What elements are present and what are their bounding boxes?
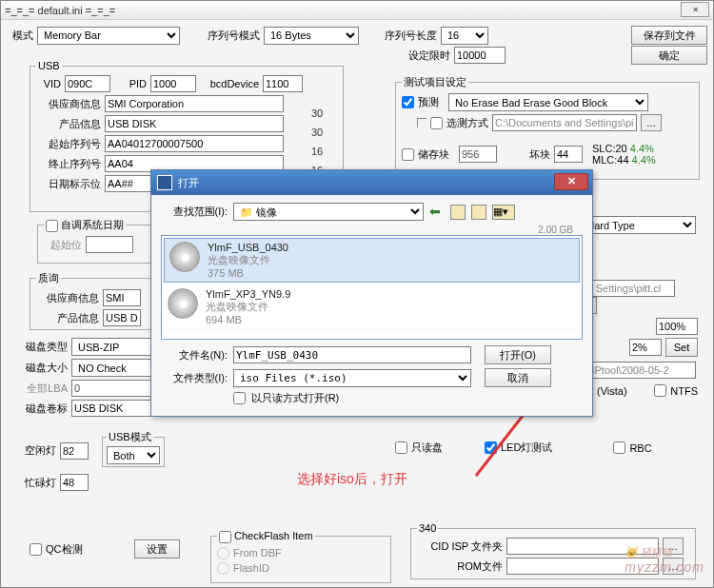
pretest-check[interactable] [402,96,414,108]
dialog-title: 打开 [178,176,199,190]
pretest-select[interactable]: No Erase Bad Erase Good Block [448,93,648,111]
open-button[interactable]: 打开(O) [485,345,551,364]
from-dbf-label: From DBF [233,547,282,559]
serial-len-select[interactable]: 16 [441,27,488,45]
ntfs-check[interactable] [654,384,666,397]
serial-mode-label: 序列号模式 [195,29,260,43]
flags-row: 只读盘 LED灯测试 RBC [395,441,700,455]
dialog-toolbar: ⬅ ▦▾ [429,205,515,220]
time-limit-label: 设定限时 [395,49,450,63]
from-dbf-radio [217,547,229,559]
usb-side-numbers: 30 30 16 16 [311,104,340,180]
auto-date-start-input [86,236,133,253]
bcd-input[interactable] [263,75,303,92]
disc-icon [169,242,200,272]
checkflash-legend: CheckFlash Item [234,530,313,541]
busy-led-input[interactable] [60,474,89,491]
usb-legend: USB [36,60,62,71]
small-size-hint: 2.00 GB [161,225,583,235]
filetype-select[interactable]: iso Files (*.iso) [233,369,471,387]
bad-label: 坏块 [529,147,550,162]
qc-check[interactable] [30,543,42,556]
dialog-app-icon [157,175,172,190]
dialog-close-button[interactable]: ✕ [554,173,588,190]
auto-date-start-label: 起始位 [44,238,82,252]
usbmode-legend: USB模式 [107,430,153,444]
cancel-button[interactable]: 取消 [485,368,551,387]
new-folder-icon[interactable] [471,205,486,220]
time-limit-input[interactable] [454,47,506,64]
usbmode-select[interactable]: Both [107,446,160,464]
confirm-button[interactable]: 确定 [631,46,707,65]
q-product-input[interactable] [103,309,141,326]
dialog-body: 查找范围(I): 📁 镜像 ⬅ ▦▾ 2.00 GB YlmF_USB_0430… [151,195,592,417]
pct100-input[interactable] [656,318,698,335]
readonly-label: 只读盘 [411,441,443,455]
mode-label: 模式 [7,29,33,43]
filename-input[interactable] [233,346,471,363]
date-label: 日期标示位 [36,177,101,191]
file-list[interactable]: YlmF_USB_0430 光盘映像文件 375 MB YlmF_XP3_YN9… [161,235,583,340]
up-folder-icon[interactable] [450,205,466,220]
mode-select[interactable]: Memory Bar [37,27,180,45]
cid-label: CID ISP 文件夹 [417,539,503,554]
sidenum-2: 16 [311,142,340,161]
g340-legend: 340 [417,522,438,534]
select-way-path [492,114,637,131]
lookin-row: 查找范围(I): 📁 镜像 ⬅ ▦▾ [161,203,583,221]
quality-legend: 质询 [36,271,61,285]
serial-mode-select[interactable]: 16 Bytes [264,27,359,45]
q-product-label: 产品信息 [36,311,99,325]
vendor-label: 供应商信息 [36,97,101,111]
select-way-label: 选测方式 [446,116,488,130]
start-sn-input[interactable] [105,135,284,152]
main-body: 模式 Memory Bar 序列号模式 16 Bytes 序列号长度 16 保存… [1,20,713,73]
disk-size-label: 磁盘大小 [14,361,68,375]
store-input [459,146,497,163]
file-open-dialog: 打开 ✕ 查找范围(I): 📁 镜像 ⬅ ▦▾ 2.00 GB YlmF_USB… [150,169,593,417]
rom-label: ROM文件 [417,559,503,574]
auto-date-check[interactable] [46,220,58,232]
back-icon[interactable]: ⬅ [429,205,445,220]
ledtest-check[interactable] [485,441,497,454]
standard-type-select[interactable]: ndard Type [576,216,696,234]
main-close-button[interactable]: ⨉ [681,2,709,17]
pid-label: PID [122,78,147,89]
rbc-check[interactable] [613,441,625,454]
readonly-check[interactable] [395,441,407,454]
file-item-1[interactable]: YlmF_XP3_YN9.9 光盘映像文件 694 MB [162,284,582,330]
tree-branch-icon [417,118,426,127]
bad-input[interactable] [554,146,583,163]
open-readonly-check[interactable] [233,392,246,404]
main-titlebar: =_=_= default.ini =_=_= ⨉ [1,1,713,20]
disc-icon [168,288,198,319]
qc-set-button[interactable]: 设置 [134,539,180,559]
file-item-0[interactable]: YlmF_USB_0430 光盘映像文件 375 MB [164,238,580,283]
vendor-input[interactable] [105,95,284,112]
save-to-file-button[interactable]: 保存到文件 [631,26,707,45]
select-way-check[interactable] [430,117,443,129]
lookin-select[interactable]: 📁 镜像 [233,203,424,221]
watermark-logo: 🐱 猪猪猫 myzzm.com [625,545,704,575]
checkflash-check[interactable] [219,531,231,543]
main-title: =_=_= default.ini =_=_= [5,5,115,16]
idle-led-input[interactable] [60,442,89,460]
sidenum-1: 30 [311,123,340,142]
pct2-input[interactable] [629,339,662,356]
file-name-1: YlmF_XP3_YN9.9 [206,288,290,300]
pid-input[interactable] [150,75,196,92]
slc-mlc-block: SLC:20 4.4% MLC:44 4.4% [592,143,656,166]
vid-input[interactable] [65,75,110,92]
amptool-path [576,362,696,379]
ntfs-label: NTFS [670,385,698,397]
q-vendor-input[interactable] [103,289,141,306]
auto-date-legend: 自调系统日期 [61,219,124,230]
view-menu-icon[interactable]: ▦▾ [492,205,515,220]
select-way-browse-button[interactable]: … [641,114,662,131]
checkflash-fieldset: CheckFlash Item From DBF FlashID [210,530,391,583]
busy-led-label: 忙碌灯 [14,476,56,490]
set-button[interactable]: Set [665,338,698,357]
disk-type-label: 磁盘类型 [14,340,68,354]
store-check[interactable] [402,148,414,161]
product-input[interactable] [105,115,284,132]
